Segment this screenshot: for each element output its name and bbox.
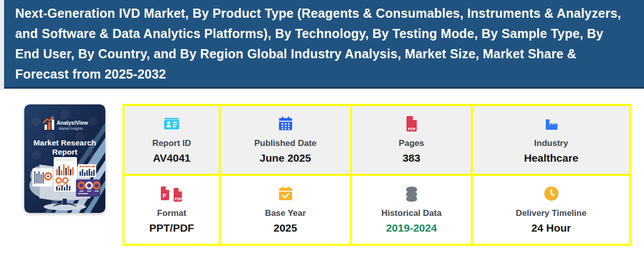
page-title: Next-Generation IVD Market, By Product T…: [15, 3, 627, 84]
meta-cell-delivery-timeline: Delivery Timeline 24 Hour: [473, 176, 629, 244]
meta-value: 2025: [273, 222, 297, 234]
database-icon: [404, 184, 419, 203]
brand-subtitle: Market Insights: [59, 127, 83, 131]
meta-label: Industry: [534, 138, 568, 148]
meta-cell-industry: Industry Healthcare: [473, 106, 629, 174]
meta-value: PPT/PDF: [149, 222, 194, 234]
meta-cell-format: P PDF Format PPT/PDF: [125, 176, 219, 244]
meta-label: Report ID: [152, 138, 191, 148]
id-card-icon: [163, 115, 180, 133]
factory-icon: [543, 115, 560, 133]
cover-title-line1: Market Research: [33, 138, 96, 147]
brand-name: AnalystView: [57, 120, 88, 126]
svg-text:P: P: [163, 192, 166, 198]
meta-label: Pages: [399, 138, 424, 148]
meta-label: Historical Data: [381, 208, 441, 218]
calendar-check-icon: [277, 184, 294, 203]
svg-text:PDF: PDF: [175, 196, 182, 201]
meta-cell-historical-data: Historical Data 2019-2024: [352, 176, 471, 244]
report-cover-thumbnail: AnalystView Market Insights Market Resea…: [24, 104, 105, 213]
meta-value: 2019-2024: [386, 222, 436, 234]
report-title-banner: Next-Generation IVD Market, By Product T…: [4, 0, 644, 89]
meta-label: Published Date: [254, 138, 316, 148]
meta-label: Base Year: [265, 208, 306, 218]
meta-cell-report-id: Report ID AV4041: [125, 106, 219, 174]
meta-cell-base-year: Base Year 2025: [221, 176, 350, 244]
report-summary-section: AnalystView Market Insights Market Resea…: [0, 104, 644, 246]
meta-label: Format: [157, 208, 186, 218]
meta-label: Delivery Timeline: [516, 208, 587, 218]
meta-value: 24 Hour: [532, 222, 571, 234]
meta-cell-published-date: Published Date June 2025: [221, 106, 350, 174]
ppt-pdf-files-icon: P PDF: [157, 184, 186, 203]
calendar-icon: [277, 115, 294, 133]
report-cover-illustration: AnalystView Market Insights Market Resea…: [24, 104, 105, 213]
cover-title-line2: Report: [52, 147, 77, 156]
clock-icon: [543, 184, 559, 203]
meta-value: Healthcare: [524, 152, 578, 164]
meta-value: 383: [402, 152, 420, 164]
meta-value: AV4041: [153, 152, 190, 164]
meta-value: June 2025: [260, 152, 311, 164]
svg-text:PDF: PDF: [408, 126, 416, 131]
report-meta-table: Report ID AV4041 Published Date Ju: [123, 104, 631, 246]
page-left-gutter: [0, 0, 4, 90]
pdf-file-icon: PDF: [405, 115, 418, 133]
meta-cell-pages: PDF Pages 383: [352, 106, 471, 174]
